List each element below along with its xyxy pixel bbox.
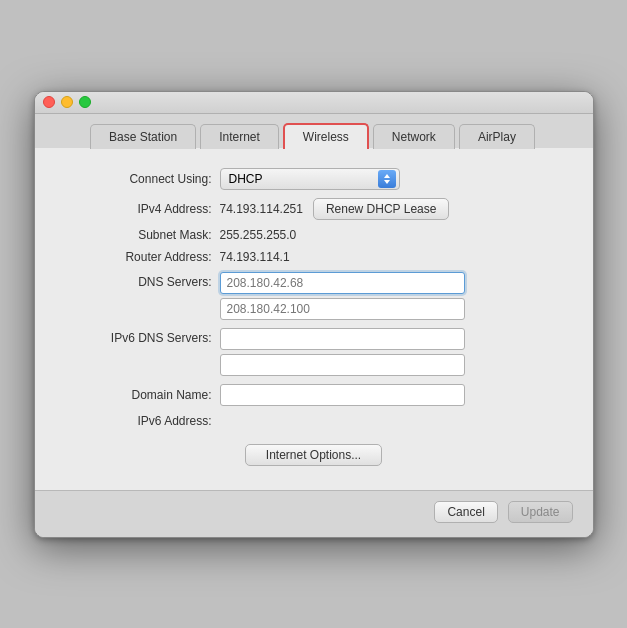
ipv6-address-label: IPv6 Address: [65,414,220,428]
subnet-row: Subnet Mask: 255.255.255.0 [65,228,563,242]
tab-airplay[interactable]: AirPlay [459,124,535,149]
ipv6-dns1-input[interactable] [220,328,465,350]
ipv6-address-row: IPv6 Address: [65,414,563,428]
domain-input[interactable] [220,384,465,406]
cancel-button[interactable]: Cancel [434,501,497,523]
minimize-button[interactable] [61,96,73,108]
tabs-bar: Base Station Internet Wireless Network A… [35,114,593,148]
dns-inputs [220,272,465,320]
dns1-input[interactable] [220,272,465,294]
titlebar [35,92,593,114]
internet-options-button[interactable]: Internet Options... [245,444,382,466]
dns-label: DNS Servers: [65,275,220,289]
update-button[interactable]: Update [508,501,573,523]
router-value: 74.193.114.1 [220,250,290,264]
connect-using-select[interactable]: DHCP [220,168,400,190]
maximize-button[interactable] [79,96,91,108]
connect-using-select-wrapper: DHCP [220,168,400,190]
ipv4-label: IPv4 Address: [65,202,220,216]
ipv6-dns-row: IPv6 DNS Servers: [65,328,563,376]
subnet-value: 255.255.255.0 [220,228,297,242]
bottom-bar: Cancel Update [35,490,593,537]
domain-label: Domain Name: [65,388,220,402]
subnet-label: Subnet Mask: [65,228,220,242]
router-row: Router Address: 74.193.114.1 [65,250,563,264]
main-window: Base Station Internet Wireless Network A… [34,91,594,538]
router-label: Router Address: [65,250,220,264]
connect-using-label: Connect Using: [65,172,220,186]
content-area: Connect Using: DHCP IPv4 Address: 74.193… [35,148,593,490]
domain-row: Domain Name: [65,384,563,406]
connect-using-row: Connect Using: DHCP [65,168,563,190]
dns2-input[interactable] [220,298,465,320]
ipv6-dns2-input[interactable] [220,354,465,376]
dns-row: DNS Servers: [65,272,563,320]
traffic-lights [43,96,91,108]
ipv4-row: IPv4 Address: 74.193.114.251 Renew DHCP … [65,198,563,220]
close-button[interactable] [43,96,55,108]
ipv4-value: 74.193.114.251 [220,202,303,216]
tab-network[interactable]: Network [373,124,455,149]
tab-wireless[interactable]: Wireless [283,123,369,149]
ipv6-dns-inputs [220,328,465,376]
ipv6-dns-label: IPv6 DNS Servers: [65,331,220,345]
internet-options-row: Internet Options... [65,444,563,466]
tab-base-station[interactable]: Base Station [90,124,196,149]
renew-dhcp-button[interactable]: Renew DHCP Lease [313,198,450,220]
tab-internet[interactable]: Internet [200,124,279,149]
